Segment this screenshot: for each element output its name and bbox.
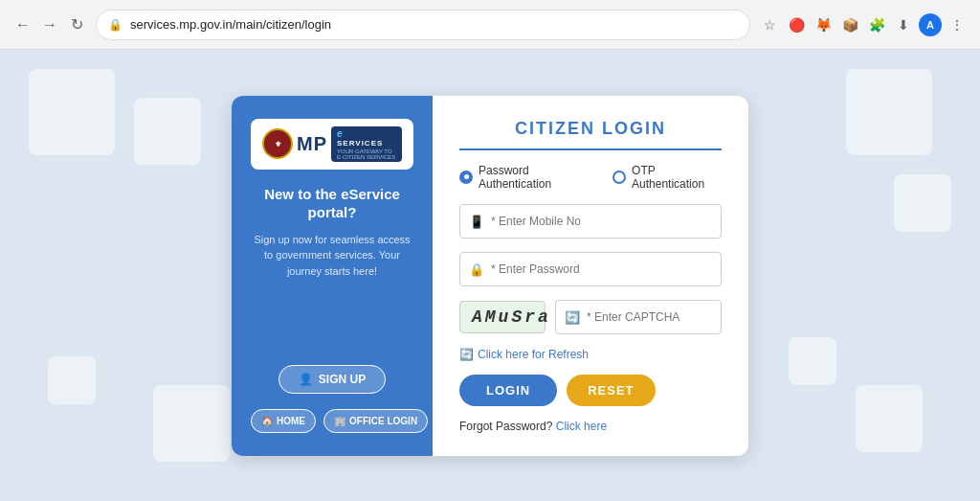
logo-emblem: ⚜ — [262, 128, 293, 159]
left-bottom-buttons: 🏠 HOME 🏢 OFFICE LOGIN — [251, 409, 413, 433]
office-icon: 🏢 — [334, 416, 345, 426]
promo-heading: New to the eService portal? — [251, 185, 413, 222]
main-card: ⚜ MP e SERVICES YOUR GATEWAY TO E-CITIZE… — [232, 96, 748, 456]
home-button[interactable]: 🏠 HOME — [251, 409, 316, 433]
home-icon: 🏠 — [261, 416, 273, 426]
password-auth-radio[interactable] — [459, 171, 473, 184]
url-text: services.mp.gov.in/main/citizen/login — [130, 17, 331, 32]
login-button[interactable]: LOGIN — [459, 375, 557, 406]
otp-auth-option[interactable]: OTP Authentication — [612, 164, 722, 191]
signup-button[interactable]: 👤 SIGN UP — [278, 365, 386, 394]
logo-tagline: YOUR GATEWAY TO E-CITIZEN SERVICES — [337, 148, 396, 160]
mobile-input-wrapper: 📱 — [459, 204, 722, 239]
left-panel: ⚜ MP e SERVICES YOUR GATEWAY TO E-CITIZE… — [232, 96, 433, 456]
otp-auth-label: OTP Authentication — [632, 164, 722, 191]
extension2-button[interactable]: 🦊 — [812, 13, 835, 36]
forward-button[interactable]: → — [38, 13, 61, 36]
refresh-button[interactable]: ↻ — [65, 13, 88, 36]
forgot-label: Forgot Password? — [459, 420, 552, 433]
deco-square-7 — [856, 385, 923, 452]
deco-square-1 — [29, 69, 115, 155]
login-title: CITIZEN LOGIN — [459, 119, 722, 150]
deco-square-2 — [134, 98, 201, 165]
auth-options: Password Authentication OTP Authenticati… — [459, 164, 722, 191]
bookmark-button[interactable]: ☆ — [758, 13, 781, 36]
office-login-button[interactable]: 🏢 OFFICE LOGIN — [323, 409, 428, 433]
deco-square-8 — [789, 337, 836, 385]
captcha-input-wrapper: 🔄 — [555, 300, 722, 334]
deco-square-4 — [153, 385, 230, 462]
lock-icon: 🔒 — [108, 18, 122, 32]
otp-auth-radio[interactable] — [612, 171, 626, 184]
page-content: ⚜ MP e SERVICES YOUR GATEWAY TO E-CITIZE… — [0, 50, 980, 501]
extension3-button[interactable]: 📦 — [838, 13, 861, 36]
password-input[interactable] — [459, 252, 722, 286]
logo-box: ⚜ MP e SERVICES YOUR GATEWAY TO E-CITIZE… — [251, 119, 413, 170]
profile-avatar[interactable]: A — [919, 13, 942, 36]
home-label: HOME — [277, 416, 305, 426]
action-row: LOGIN RESET — [459, 375, 722, 406]
captcha-image: AMuSra — [459, 301, 546, 333]
download-button[interactable]: ⬇ — [892, 13, 915, 36]
password-auth-label: Password Authentication — [479, 164, 593, 191]
logo-e-services: e SERVICES YOUR GATEWAY TO E-CITIZEN SER… — [331, 126, 402, 162]
address-bar[interactable]: 🔒 services.mp.gov.in/main/citizen/login — [96, 10, 750, 40]
deco-square-6 — [894, 174, 951, 232]
captcha-input[interactable] — [555, 300, 722, 334]
refresh-text: Click here for Refresh — [478, 348, 589, 361]
back-button[interactable]: ← — [11, 13, 34, 36]
promo-body: Sign up now for seamless access to gover… — [251, 232, 413, 280]
office-login-label: OFFICE LOGIN — [349, 416, 417, 426]
deco-square-5 — [846, 69, 932, 155]
password-auth-option[interactable]: Password Authentication — [459, 164, 593, 191]
password-input-wrapper: 🔒 — [459, 252, 722, 286]
logo-e-letter: e — [337, 128, 343, 139]
reset-button[interactable]: RESET — [567, 375, 655, 406]
left-promo: New to the eService portal? Sign up now … — [251, 185, 413, 350]
nav-buttons: ← → ↻ — [11, 13, 88, 36]
forgot-click-here[interactable]: Click here — [556, 420, 607, 433]
browser-actions: ☆ 🔴 🦊 📦 🧩 ⬇ A ⋮ — [758, 13, 969, 36]
right-panel: CITIZEN LOGIN Password Authentication OT… — [433, 96, 748, 456]
refresh-icon: 🔄 — [459, 348, 474, 361]
mobile-input[interactable] — [459, 204, 722, 239]
logo-mp-text: MP — [297, 133, 327, 155]
extensions-button[interactable]: 🧩 — [865, 13, 888, 36]
signup-label: SIGN UP — [319, 373, 366, 386]
extension1-button[interactable]: 🔴 — [785, 13, 808, 36]
refresh-link[interactable]: 🔄 Click here for Refresh — [459, 348, 722, 361]
deco-square-3 — [48, 356, 96, 404]
browser-chrome: ← → ↻ 🔒 services.mp.gov.in/main/citizen/… — [0, 0, 980, 50]
logo-services-text: SERVICES — [337, 139, 383, 148]
signup-icon: 👤 — [299, 373, 313, 386]
captcha-row: AMuSra 🔄 — [459, 300, 722, 334]
forgot-password-text: Forgot Password? Click here — [459, 420, 722, 433]
menu-button[interactable]: ⋮ — [946, 13, 969, 36]
